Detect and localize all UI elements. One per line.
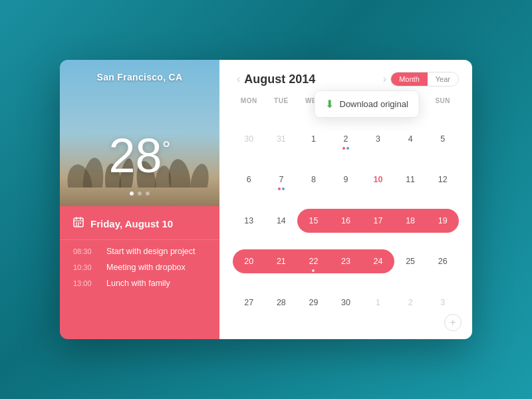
- red-dot: [342, 147, 345, 150]
- dot-2: [138, 192, 142, 196]
- view-toggle: Month Year: [390, 72, 459, 86]
- weather-dots: [60, 192, 219, 196]
- next-month-button[interactable]: ›: [379, 73, 390, 85]
- svg-rect-15: [76, 225, 77, 226]
- event-2-title: Meeting with dropbox: [106, 263, 186, 272]
- event-1-time: 08:30: [73, 247, 97, 255]
- header-tue: TUE: [265, 97, 298, 127]
- day-cell[interactable]: 29: [297, 291, 330, 315]
- main-card: San Francisco, CA 28°: [60, 60, 472, 339]
- day-cell[interactable]: 2: [330, 127, 362, 151]
- temperature-display: 28°: [60, 132, 219, 180]
- range-start-cell[interactable]: 15: [297, 209, 330, 233]
- header-mon: MON: [233, 97, 265, 127]
- day-cell[interactable]: 2: [394, 291, 427, 315]
- range-mid-cell[interactable]: 21: [265, 249, 298, 273]
- month-view-button[interactable]: Month: [391, 72, 428, 86]
- svg-rect-13: [78, 223, 79, 224]
- dots: [330, 147, 362, 150]
- day-cell[interactable]: 8: [297, 168, 330, 192]
- event-1: 08:30 Start with design project: [73, 247, 206, 256]
- weather-section: San Francisco, CA 28°: [60, 60, 219, 206]
- range-start-cell[interactable]: 20: [233, 249, 265, 273]
- event-3-title: Lunch with family: [106, 279, 170, 288]
- day-cell[interactable]: 7: [265, 168, 298, 192]
- svg-rect-14: [80, 223, 81, 224]
- add-event-button[interactable]: +: [444, 314, 462, 331]
- day-cell[interactable]: 26: [426, 249, 459, 273]
- event-3: 13:00 Lunch with family: [73, 279, 206, 288]
- red-dot: [278, 188, 281, 190]
- day-cell[interactable]: 27: [233, 291, 265, 315]
- day-cell[interactable]: 13: [233, 209, 265, 233]
- events-section: 08:30 Start with design project 10:30 Me…: [60, 240, 219, 339]
- header-sun: SUN: [426, 97, 459, 127]
- download-label: Download original: [339, 99, 408, 109]
- month-year-label: August 2014: [244, 72, 379, 86]
- event-2-time: 10:30: [73, 263, 97, 271]
- svg-rect-12: [76, 223, 77, 224]
- day-cell[interactable]: 1: [362, 291, 394, 315]
- dots: [297, 269, 330, 272]
- today-cell[interactable]: 10: [362, 168, 394, 192]
- download-icon: ⬇: [325, 98, 334, 110]
- day-cell[interactable]: 3: [362, 127, 394, 151]
- day-cell[interactable]: 9: [330, 168, 362, 192]
- dot-3: [146, 192, 150, 196]
- year-view-button[interactable]: Year: [428, 72, 458, 86]
- right-panel: ‹ August 2014 › Month Year ⬇ Download or…: [219, 60, 472, 339]
- dots: [265, 188, 298, 190]
- range-mid-cell[interactable]: 23: [330, 249, 362, 273]
- day-cell[interactable]: 6: [233, 168, 265, 192]
- range-mid-cell[interactable]: 18: [394, 209, 427, 233]
- day-cell[interactable]: 11: [394, 168, 427, 192]
- event-1-title: Start with design project: [106, 247, 195, 256]
- day-cell[interactable]: 12: [426, 168, 459, 192]
- location-text: San Francisco, CA: [60, 72, 219, 82]
- prev-month-button[interactable]: ‹: [233, 73, 244, 85]
- date-calendar-icon: [73, 217, 84, 230]
- calendar-header: ‹ August 2014 › Month Year: [233, 72, 459, 86]
- event-2: 10:30 Meeting with dropbox: [73, 263, 206, 272]
- day-cell[interactable]: 3: [426, 291, 459, 315]
- day-cell[interactable]: 25: [394, 249, 427, 273]
- date-label: Friday, August 10: [90, 218, 173, 229]
- range-mid-cell[interactable]: 17: [362, 209, 394, 233]
- range-mid-cell[interactable]: 22: [297, 249, 330, 273]
- range-end-cell[interactable]: 24: [362, 249, 394, 273]
- event-3-time: 13:00: [73, 279, 97, 287]
- day-cell[interactable]: 30: [330, 291, 362, 315]
- day-cell[interactable]: 4: [394, 127, 427, 151]
- date-section: Friday, August 10: [60, 206, 219, 240]
- range-end-cell[interactable]: 19: [426, 209, 459, 233]
- white-dot: [312, 269, 315, 272]
- svg-rect-16: [78, 225, 79, 226]
- calendar-grid: MON TUE WED THU FRI SAT SUN 30 31 1 2 3 …: [233, 97, 459, 331]
- blue-dot: [282, 188, 285, 190]
- day-cell[interactable]: 14: [265, 209, 298, 233]
- day-cell[interactable]: 28: [265, 291, 298, 315]
- blue-dot: [346, 147, 349, 150]
- day-cell[interactable]: 31: [265, 127, 298, 151]
- download-dropdown[interactable]: ⬇ Download original: [314, 90, 419, 118]
- day-cell[interactable]: 1: [297, 127, 330, 151]
- day-cell[interactable]: 5: [426, 127, 459, 151]
- day-cell[interactable]: 30: [233, 127, 265, 151]
- left-panel: San Francisco, CA 28°: [60, 60, 219, 339]
- dot-1: [130, 192, 134, 196]
- range-mid-cell[interactable]: 16: [330, 209, 362, 233]
